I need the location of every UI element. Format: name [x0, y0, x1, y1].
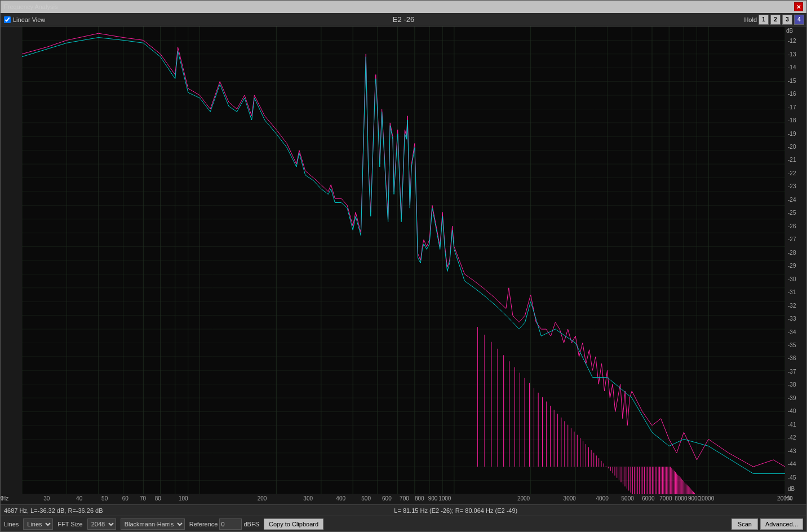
db-label: -43 — [786, 445, 796, 458]
linear-view-input[interactable] — [4, 16, 11, 23]
db-label: -44 — [786, 458, 796, 471]
hold-button-4[interactable]: 4 — [794, 15, 804, 25]
db-label: -24 — [786, 193, 796, 206]
x-freq-label: 6000 — [642, 495, 654, 502]
x-freq-label: 70 — [140, 495, 146, 502]
db-label: -45 — [786, 471, 796, 484]
chart-title: E2 -26 — [393, 15, 414, 24]
db-label: -34 — [786, 325, 796, 338]
db-label: -39 — [786, 392, 796, 405]
reference-label: Reference — [189, 521, 218, 527]
lines-select[interactable]: Lines — [23, 518, 53, 530]
frequency-canvas — [22, 26, 785, 494]
db-label: -14 — [786, 61, 796, 74]
x-freq-label: 900 — [428, 495, 438, 502]
db-label: -36 — [786, 352, 796, 365]
fft-size-select[interactable]: 2048 — [87, 518, 116, 530]
x-freq-label: 8000 — [675, 495, 687, 502]
hold-area: Hold 1 2 3 4 — [744, 15, 804, 25]
bottom-bar: Lines Lines FFT Size 2048 Blackmann-Harr… — [1, 516, 806, 531]
x-freq-label: 40 — [76, 495, 82, 502]
title-bar: Frequency Analysis ✕ — [1, 1, 806, 13]
db-label: -20 — [786, 140, 796, 153]
lines-label: Lines — [4, 521, 19, 527]
db-label: -26 — [786, 220, 796, 233]
x-freq-label: 3000 — [564, 495, 576, 502]
title-text: Frequency Analysis — [4, 3, 57, 10]
x-freq-label: 800 — [415, 495, 424, 502]
x-freq-label: 30 — [43, 495, 50, 502]
chart-wrapper: dB -12-13-14-15-16-17-18-19-20-21-22-23-… — [1, 26, 806, 494]
x-axis-labels: Hz20304050607080100200300400500600700800… — [1, 494, 785, 504]
db-bottom-label: dB — [786, 484, 796, 494]
fft-size-label: FFT Size — [57, 521, 82, 527]
dbfs-label: dBFS — [243, 521, 259, 527]
db-label: -42 — [786, 431, 796, 444]
db-label: -41 — [786, 418, 796, 431]
db-label: -23 — [786, 180, 796, 193]
db-label: -19 — [786, 127, 796, 140]
reference-section: Reference dBFS — [189, 518, 259, 530]
x-freq-label: 600 — [382, 495, 392, 502]
hold-button-1[interactable]: 1 — [759, 15, 769, 25]
x-freq-label: 100 — [179, 495, 188, 502]
x-freq-label: 7000 — [659, 495, 672, 502]
db-label: -37 — [786, 365, 796, 378]
x-freq-label: 20000 — [777, 495, 793, 502]
hold-label: Hold — [744, 16, 757, 23]
x-freq-label: 60 — [122, 495, 128, 502]
status-center: L= 81.15 Hz (E2 -26); R= 80.064 Hz (E2 -… — [109, 507, 803, 514]
db-label: -16 — [786, 87, 796, 100]
x-freq-label: 1000 — [438, 495, 451, 502]
window-select[interactable]: Blackmann-Harris — [121, 518, 185, 530]
db-label: -31 — [786, 286, 796, 299]
x-freq-label: 50 — [101, 495, 108, 502]
x-freq-label: 300 — [303, 495, 313, 502]
close-button[interactable]: ✕ — [794, 2, 803, 11]
db-label: -32 — [786, 299, 796, 312]
db-label: -25 — [786, 206, 796, 219]
x-axis-row: Hz20304050607080100200300400500600700800… — [1, 494, 806, 504]
db-label: -21 — [786, 153, 796, 166]
x-freq-label: 400 — [336, 495, 345, 502]
x-freq-label: 700 — [400, 495, 409, 502]
x-freq-label: 20 — [0, 495, 4, 502]
x-freq-label: 4000 — [596, 495, 609, 502]
db-label: -18 — [786, 114, 796, 127]
scan-button[interactable]: Scan — [731, 518, 758, 530]
db-label: -35 — [786, 339, 796, 352]
status-left: 4687 Hz, L=-36.32 dB, R=-36.26 dB — [4, 507, 103, 514]
linear-view-checkbox[interactable]: Linear View — [4, 16, 45, 23]
x-freq-label: 80 — [155, 495, 161, 502]
status-bar: 4687 Hz, L=-36.32 dB, R=-36.26 dB L= 81.… — [1, 504, 806, 516]
x-freq-label: 2000 — [517, 495, 530, 502]
x-freq-label: 5000 — [622, 495, 634, 502]
db-label: -15 — [786, 74, 796, 87]
right-axis: dB -12-13-14-15-16-17-18-19-20-21-22-23-… — [785, 26, 806, 494]
reference-input[interactable] — [219, 518, 242, 530]
x-freq-label: 500 — [361, 495, 371, 502]
db-label: -17 — [786, 100, 796, 113]
linear-view-label: Linear View — [13, 16, 45, 23]
db-label: -33 — [786, 312, 796, 325]
x-freq-label: 10000 — [698, 495, 714, 502]
app-window: Frequency Analysis ✕ Linear View E2 -26 … — [0, 0, 807, 532]
db-label: -38 — [786, 378, 796, 391]
db-label: -29 — [786, 259, 796, 272]
db-label: -12 — [786, 34, 796, 47]
bottom-right-buttons: Scan Advanced... — [731, 518, 803, 530]
y-axis — [1, 26, 22, 494]
copy-clipboard-button[interactable]: Copy to Clipboard — [264, 518, 323, 530]
hold-button-3[interactable]: 3 — [782, 15, 792, 25]
hold-button-2[interactable]: 2 — [770, 15, 781, 25]
db-label: -22 — [786, 167, 796, 180]
x-freq-label: 200 — [258, 495, 267, 502]
toolbar: Linear View E2 -26 Hold 1 2 3 4 — [1, 13, 806, 26]
db-label: -27 — [786, 233, 796, 246]
db-label: -28 — [786, 246, 796, 259]
advanced-button[interactable]: Advanced... — [760, 518, 803, 530]
db-label: -30 — [786, 272, 796, 285]
db-label: -40 — [786, 405, 796, 418]
chart-area — [22, 26, 785, 494]
db-label: -13 — [786, 47, 796, 60]
